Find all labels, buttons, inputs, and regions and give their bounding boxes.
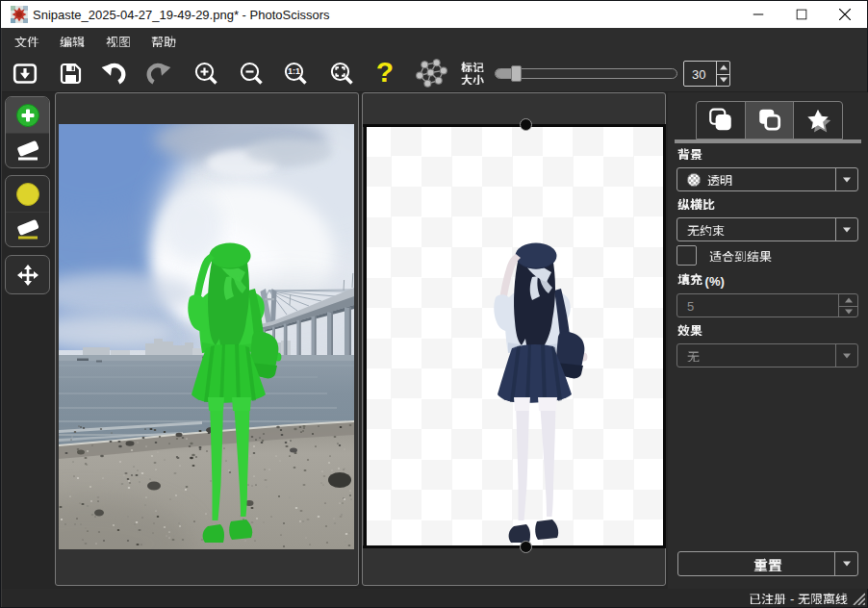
svg-text:?: ?: [376, 57, 394, 85]
svg-text:1:1: 1:1: [288, 66, 300, 76]
